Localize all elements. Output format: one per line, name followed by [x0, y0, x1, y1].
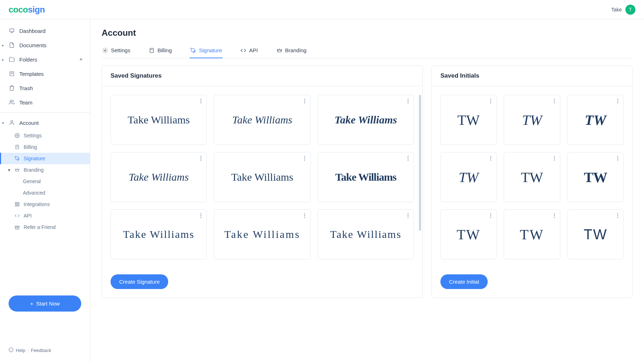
signature-card[interactable]: Take Williams	[318, 95, 414, 145]
sidebar-subsub-advanced[interactable]: Advanced	[0, 187, 90, 199]
signature-card[interactable]: Take Williams	[318, 152, 414, 202]
more-icon[interactable]	[490, 156, 491, 161]
svg-point-21	[104, 50, 106, 51]
more-icon[interactable]	[554, 213, 555, 218]
gear-icon	[14, 133, 20, 138]
gift-icon	[14, 224, 20, 230]
initial-card[interactable]: TW	[567, 95, 624, 145]
signature-card[interactable]: Take Williams	[111, 209, 207, 259]
more-icon[interactable]	[617, 213, 618, 218]
code-icon	[14, 213, 20, 219]
tab-api[interactable]: API	[240, 44, 258, 58]
sidebar-item-label: API	[24, 213, 32, 219]
sidebar-item-templates[interactable]: Templates	[0, 67, 90, 81]
user-icon	[9, 119, 15, 126]
more-icon[interactable]	[408, 213, 409, 218]
signature-card[interactable]: Take Williams	[214, 152, 310, 202]
signature-card[interactable]: Take Williams	[214, 209, 310, 259]
more-icon[interactable]	[304, 156, 305, 161]
svg-rect-14	[18, 205, 19, 206]
start-now-button[interactable]: + Start Now	[9, 295, 81, 312]
sidebar-sub-billing[interactable]: Billing	[0, 141, 90, 153]
initial-preview: TW	[521, 169, 543, 186]
initial-card[interactable]: TW	[504, 209, 560, 259]
template-icon	[9, 70, 15, 77]
more-icon[interactable]	[554, 99, 555, 103]
more-icon[interactable]	[617, 99, 618, 103]
sidebar-sub-refer[interactable]: Refer a Friend	[0, 221, 90, 233]
create-signature-button[interactable]: Create Signature	[111, 274, 168, 289]
sidebar-item-trash[interactable]: Trash	[0, 81, 90, 95]
signature-card[interactable]: Take Williams	[111, 95, 207, 145]
initial-card[interactable]: TW	[440, 152, 497, 202]
plus-icon: +	[30, 300, 33, 307]
more-icon[interactable]	[200, 213, 201, 218]
initial-card[interactable]: TW	[440, 209, 497, 259]
user-name: Take	[611, 7, 622, 13]
sidebar-item-label: Signature	[24, 156, 45, 161]
avatar[interactable]: T	[625, 5, 635, 15]
signature-card[interactable]: Take Williams	[214, 95, 310, 145]
more-icon[interactable]	[200, 156, 201, 161]
initial-preview: TW	[520, 226, 544, 243]
add-folder-icon[interactable]: +	[79, 56, 83, 63]
signature-card[interactable]: Take Williams	[318, 209, 414, 259]
sidebar-item-label: Integrations	[24, 201, 50, 207]
trash-icon	[9, 85, 15, 91]
sidebar-subsub-general[interactable]: General	[0, 176, 90, 187]
user-menu[interactable]: Take T	[611, 5, 635, 15]
more-icon[interactable]	[408, 99, 409, 103]
main-content: Account Settings Billing Signature API	[90, 19, 644, 362]
more-icon[interactable]	[304, 99, 305, 103]
initial-preview: TW	[584, 226, 607, 243]
code-icon	[240, 48, 246, 53]
sidebar-item-account[interactable]: ▾ Account	[0, 116, 90, 130]
tab-signature[interactable]: Signature	[190, 44, 223, 58]
more-icon[interactable]	[490, 99, 491, 103]
panel-heading: Saved Initials	[432, 66, 632, 86]
pen-icon	[190, 48, 196, 53]
signature-preview: Take Williams	[123, 228, 195, 240]
sidebar-sub-api[interactable]: API	[0, 210, 90, 221]
sidebar: Dashboard ▸ Documents ▸ Folders + Templa…	[0, 19, 90, 362]
initial-card[interactable]: TW	[567, 152, 624, 202]
sidebar-item-dashboard[interactable]: Dashboard	[0, 24, 90, 38]
initial-preview: TW	[522, 112, 542, 128]
chevron-right-icon: ▸	[2, 58, 4, 62]
initial-card[interactable]: TW	[504, 95, 560, 145]
signature-preview: Take Williams	[231, 171, 293, 183]
more-icon[interactable]	[490, 213, 491, 218]
logo[interactable]: cocosign	[9, 5, 45, 15]
initial-card[interactable]: TW	[504, 152, 560, 202]
signature-preview: Take Williams	[335, 114, 397, 126]
signature-preview: Take Williams	[128, 114, 190, 126]
file-icon	[9, 42, 15, 48]
feedback-link[interactable]: Feedback	[31, 348, 51, 353]
sidebar-item-team[interactable]: Team	[0, 95, 90, 109]
sidebar-item-label: Refer a Friend	[24, 224, 55, 230]
more-icon[interactable]	[408, 156, 409, 161]
sidebar-sub-integrations[interactable]: Integrations	[0, 199, 90, 210]
more-icon[interactable]	[304, 213, 305, 218]
tab-settings[interactable]: Settings	[102, 44, 131, 58]
signature-card[interactable]: Take Williams	[111, 152, 207, 202]
sidebar-item-documents[interactable]: ▸ Documents	[0, 38, 90, 52]
more-icon[interactable]	[554, 156, 555, 161]
create-initial-button[interactable]: Create Initial	[440, 274, 488, 289]
tab-billing[interactable]: Billing	[148, 44, 172, 58]
sidebar-item-label: Account	[19, 120, 39, 126]
more-icon[interactable]	[200, 99, 201, 103]
grid-icon	[14, 201, 20, 207]
help-link[interactable]: Help	[16, 348, 25, 353]
chevron-down-icon: ▾	[2, 121, 4, 125]
initial-preview: TW	[458, 112, 480, 128]
sidebar-sub-branding[interactable]: ▾ Branding	[0, 164, 90, 176]
initial-card[interactable]: TW	[440, 95, 497, 145]
sidebar-sub-signature[interactable]: Signature	[0, 153, 90, 164]
sidebar-item-folders[interactable]: ▸ Folders +	[0, 52, 90, 67]
scrollbar[interactable]	[419, 95, 421, 231]
initial-card[interactable]: TW	[567, 209, 624, 259]
tab-branding[interactable]: Branding	[276, 44, 307, 58]
more-icon[interactable]	[617, 156, 618, 161]
sidebar-sub-settings[interactable]: Settings	[0, 130, 90, 141]
